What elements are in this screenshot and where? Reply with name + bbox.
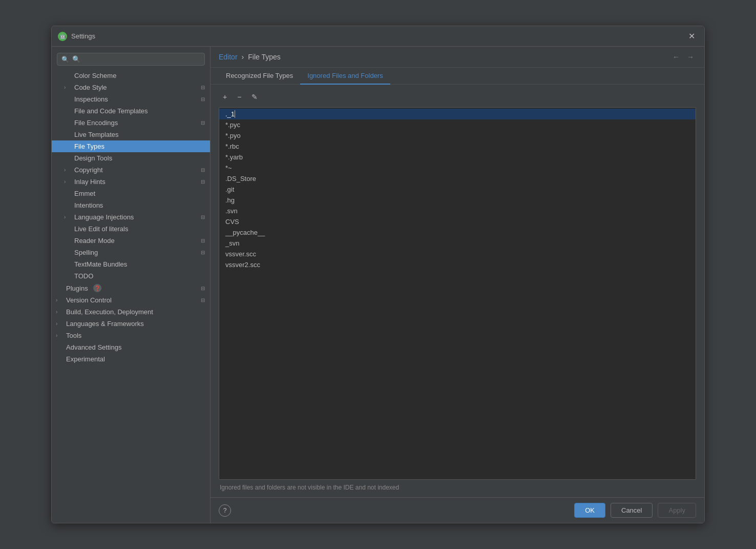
tab-ignored-files-folders[interactable]: Ignored Files and Folders (300, 68, 390, 85)
edit-button[interactable]: ✎ (247, 91, 262, 103)
sidebar-item-copyright[interactable]: › Copyright ⊟ (52, 164, 210, 176)
cancel-button[interactable]: Cancel (611, 503, 653, 518)
sidebar-item-color-scheme[interactable]: Color Scheme (52, 70, 210, 82)
sidebar-item-label: Tools (66, 332, 81, 339)
breadcrumb-separator: › (242, 53, 244, 61)
sidebar-item-live-templates[interactable]: Live Templates (52, 129, 210, 140)
file-list[interactable]: ._1 *.pyc *.pyo *.rbc *.yarb *~ .DS_Stor… (219, 107, 696, 480)
list-item[interactable]: .hg (219, 195, 696, 206)
list-item[interactable]: .svn (219, 206, 696, 216)
sidebar-item-label: Emmet (74, 190, 95, 197)
chevron-icon: › (64, 179, 70, 185)
sidebar-item-label: Inlay Hints (74, 178, 106, 186)
list-item[interactable]: *.pyo (219, 130, 696, 141)
list-item[interactable]: .git (219, 184, 696, 195)
sidebar-item-label: Color Scheme (74, 72, 116, 79)
chevron-icon: › (56, 297, 62, 303)
help-button[interactable]: ? (219, 504, 231, 517)
sidebar-item-label: Build, Execution, Deployment (66, 308, 153, 316)
list-item[interactable]: _svn (219, 238, 696, 249)
sidebar-item-intentions[interactable]: Intentions (52, 199, 210, 211)
sidebar-item-label: Copyright (74, 166, 103, 174)
settings-window: 🤖 Settings ✕ 🔍 Color Scheme › Code Style… (51, 26, 705, 523)
sidebar-item-languages-frameworks[interactable]: › Languages & Frameworks (52, 318, 210, 330)
sidebar-item-live-edit[interactable]: Live Edit of literals (52, 223, 210, 235)
settings-icon: ⊟ (201, 167, 205, 173)
settings-icon: ⊟ (201, 120, 205, 126)
sidebar-item-build-execution[interactable]: › Build, Execution, Deployment (52, 306, 210, 318)
sidebar-item-advanced-settings[interactable]: Advanced Settings (52, 341, 210, 353)
chevron-icon: › (64, 214, 70, 220)
nav-back-button[interactable]: ← (670, 52, 682, 62)
sidebar-item-textmate-bundles[interactable]: TextMate Bundles (52, 258, 210, 270)
sidebar-item-label: Live Templates (74, 131, 118, 138)
editing-value[interactable]: ._1 (225, 110, 235, 118)
sidebar-item-emmet[interactable]: Emmet (52, 188, 210, 199)
sidebar-item-label: Inspections (74, 95, 108, 103)
sidebar-item-file-types[interactable]: File Types (52, 140, 210, 152)
sidebar-item-file-and-code-templates[interactable]: File and Code Templates (52, 105, 210, 117)
sidebar-item-code-style[interactable]: › Code Style ⊟ (52, 82, 210, 93)
add-button[interactable]: + (219, 91, 231, 103)
app-icon: 🤖 (58, 32, 67, 41)
sidebar: 🔍 Color Scheme › Code Style ⊟ Inspection… (52, 47, 211, 523)
sidebar-item-label: Intentions (74, 201, 103, 209)
plugins-badge: ❓ (93, 284, 101, 292)
settings-icon: ⊟ (201, 179, 205, 185)
sidebar-item-label: Version Control (66, 296, 112, 304)
list-item[interactable]: *~ (219, 162, 696, 173)
list-item[interactable]: vssver2.scc (219, 259, 696, 270)
chevron-icon: › (64, 85, 70, 90)
window-title: Settings (71, 32, 95, 40)
sidebar-item-reader-mode[interactable]: Reader Mode ⊟ (52, 235, 210, 247)
settings-icon: ⊟ (201, 238, 205, 243)
chevron-icon: › (64, 167, 70, 173)
list-item[interactable]: __pycache__ (219, 227, 696, 238)
sidebar-item-label: File and Code Templates (74, 107, 148, 115)
sidebar-item-version-control[interactable]: › Version Control ⊟ (52, 294, 210, 306)
sidebar-item-label: Spelling (74, 249, 98, 256)
sidebar-item-todo[interactable]: TODO (52, 270, 210, 282)
list-item[interactable]: *.yarb (219, 152, 696, 162)
ok-button[interactable]: OK (574, 503, 605, 518)
list-item[interactable]: CVS (219, 216, 696, 227)
list-item[interactable]: *.pyc (219, 119, 696, 130)
title-bar: 🤖 Settings ✕ (52, 26, 704, 47)
sidebar-item-label: Live Edit of literals (74, 225, 129, 233)
sidebar-item-design-tools[interactable]: Design Tools (52, 152, 210, 164)
sidebar-item-label: Experimental (66, 355, 105, 363)
breadcrumb: Editor › File Types ← → (211, 47, 704, 68)
search-box[interactable]: 🔍 (57, 53, 205, 66)
list-item[interactable]: .DS_Store (219, 173, 696, 184)
search-input[interactable] (72, 55, 200, 63)
sidebar-item-spelling[interactable]: Spelling ⊟ (52, 247, 210, 258)
close-button[interactable]: ✕ (685, 30, 698, 42)
sidebar-item-inspections[interactable]: Inspections ⊟ (52, 93, 210, 105)
toolbar: + − ✎ (219, 91, 696, 103)
breadcrumb-parent[interactable]: Editor (219, 53, 238, 61)
file-list-item-editing[interactable]: ._1 (219, 109, 696, 119)
sidebar-item-experimental[interactable]: Experimental (52, 353, 210, 365)
sidebar-item-label: Language Injections (74, 213, 134, 221)
settings-icon: ⊟ (201, 297, 205, 303)
apply-button[interactable]: Apply (658, 503, 696, 518)
sidebar-item-label: Design Tools (74, 154, 112, 162)
sidebar-item-language-injections[interactable]: › Language Injections ⊟ (52, 211, 210, 223)
sidebar-item-label: Reader Mode (74, 237, 115, 245)
sidebar-item-file-encodings[interactable]: File Encodings ⊟ (52, 117, 210, 129)
breadcrumb-nav: ← → (670, 52, 696, 62)
sidebar-item-label: Plugins (66, 284, 88, 292)
sidebar-item-label: Code Style (74, 84, 107, 91)
sidebar-item-inlay-hints[interactable]: › Inlay Hints ⊟ (52, 176, 210, 188)
remove-button[interactable]: − (233, 91, 245, 103)
sidebar-item-label: TODO (74, 272, 93, 280)
nav-forward-button[interactable]: → (685, 52, 696, 62)
sidebar-item-plugins[interactable]: Plugins ❓ ⊟ (52, 282, 210, 294)
list-item[interactable]: vssver.scc (219, 249, 696, 259)
breadcrumb-current: File Types (248, 53, 281, 61)
sidebar-item-tools[interactable]: › Tools (52, 330, 210, 341)
tab-recognized-file-types[interactable]: Recognized File Types (219, 68, 300, 85)
settings-icon: ⊟ (201, 214, 205, 220)
chevron-icon: › (56, 309, 62, 315)
list-item[interactable]: *.rbc (219, 141, 696, 152)
